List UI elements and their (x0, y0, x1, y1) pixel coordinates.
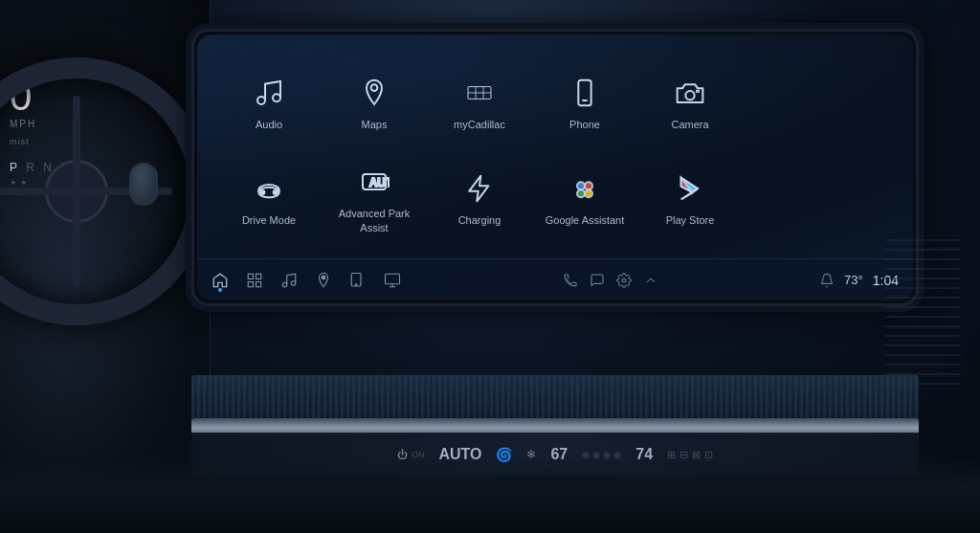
taskbar-location[interactable] (315, 272, 332, 289)
app-mycadillac[interactable]: myCadillac (427, 60, 532, 146)
svg-point-1 (273, 95, 280, 102)
app-row-1: Audio Maps (216, 60, 894, 146)
taskbar-tablet[interactable] (349, 272, 367, 289)
taskbar-center-phone[interactable] (563, 273, 578, 288)
app-charging[interactable]: Charging (427, 156, 532, 242)
app-maps[interactable]: Maps (322, 60, 427, 146)
taskbar-music[interactable] (280, 272, 298, 289)
bottom-ridge (0, 456, 980, 533)
maps-label: Maps (362, 118, 388, 131)
gear-selector-area (124, 163, 163, 220)
app-play-store[interactable]: Play Store (637, 156, 743, 242)
taskbar-left (212, 272, 401, 289)
taskbar-home[interactable] (212, 272, 229, 289)
taskbar-grid[interactable] (246, 272, 263, 289)
app-phone[interactable]: Phone (532, 60, 637, 146)
svg-point-26 (322, 276, 325, 279)
app-google-assistant[interactable]: Google Assistant (532, 156, 637, 242)
phone-label: Phone (569, 118, 600, 131)
ribbed-strip (191, 375, 919, 418)
camera-label: Camera (671, 118, 708, 131)
svg-point-19 (585, 190, 592, 198)
svg-point-2 (371, 85, 378, 92)
app-grid: Audio Maps (197, 34, 913, 257)
google-assistant-label: Google Assistant (546, 213, 625, 227)
svg-text:AUTO: AUTO (369, 177, 390, 190)
taskbar-settings[interactable] (616, 273, 632, 288)
app-camera[interactable]: Camera (637, 60, 743, 146)
steering-wheel (0, 57, 211, 325)
svg-point-30 (622, 278, 626, 282)
svg-point-25 (291, 280, 296, 285)
camera-icon (671, 74, 709, 112)
svg-point-12 (260, 190, 264, 194)
taskbar-center-message[interactable] (590, 273, 605, 288)
app-drive-mode[interactable]: Drive Mode (216, 156, 322, 242)
taskbar-media[interactable] (384, 272, 401, 289)
mycadillac-icon (460, 74, 499, 112)
play-store-icon (671, 169, 709, 208)
svg-rect-7 (578, 80, 590, 106)
svg-rect-20 (248, 274, 253, 278)
svg-point-13 (274, 190, 278, 194)
charging-icon (460, 169, 499, 208)
svg-rect-10 (697, 91, 700, 93)
taskbar: 73° 1:04 (197, 258, 913, 300)
temperature-display: 73° (844, 273, 863, 287)
charging-label: Charging (458, 213, 501, 227)
svg-point-9 (685, 91, 694, 100)
scene: 0 MPH mist P R N D ✦ ✦ (0, 0, 980, 533)
svg-point-17 (585, 183, 592, 190)
taskbar-center (563, 273, 658, 288)
right-vent (884, 239, 961, 392)
screen-bezel: Audio Maps (191, 29, 919, 306)
taskbar-chevron-up[interactable] (643, 273, 658, 288)
main-screen-container: Audio Maps (191, 29, 919, 306)
maps-icon (355, 74, 393, 112)
steering-area: 0 MPH mist P R N D ✦ ✦ (0, 0, 211, 533)
svg-rect-23 (256, 281, 261, 286)
svg-point-24 (282, 282, 287, 287)
play-store-label: Play Store (666, 213, 715, 227)
notification-bell-icon[interactable] (819, 273, 835, 288)
screen-content: Audio Maps (197, 34, 913, 300)
audio-label: Audio (256, 118, 282, 131)
drive-mode-icon (250, 169, 288, 208)
phone-icon (566, 74, 604, 112)
mycadillac-label: myCadillac (454, 118, 505, 131)
svg-point-16 (577, 183, 585, 190)
svg-point-18 (577, 190, 585, 198)
app-row-2: Drive Mode AUTO Advanced ParkAssist (216, 156, 894, 242)
svg-point-0 (257, 97, 265, 104)
advanced-park-icon: AUTO (355, 163, 393, 201)
svg-rect-22 (248, 281, 253, 286)
svg-rect-29 (386, 274, 400, 284)
advanced-park-label: Advanced ParkAssist (339, 207, 411, 234)
drive-mode-label: Drive Mode (242, 213, 296, 227)
app-advanced-park[interactable]: AUTO Advanced ParkAssist (322, 156, 427, 242)
app-audio[interactable]: Audio (216, 60, 322, 146)
google-assistant-icon (566, 169, 604, 208)
svg-point-28 (355, 283, 357, 285)
audio-icon (250, 74, 288, 112)
gear-knob[interactable] (129, 163, 158, 206)
svg-rect-21 (256, 274, 261, 278)
